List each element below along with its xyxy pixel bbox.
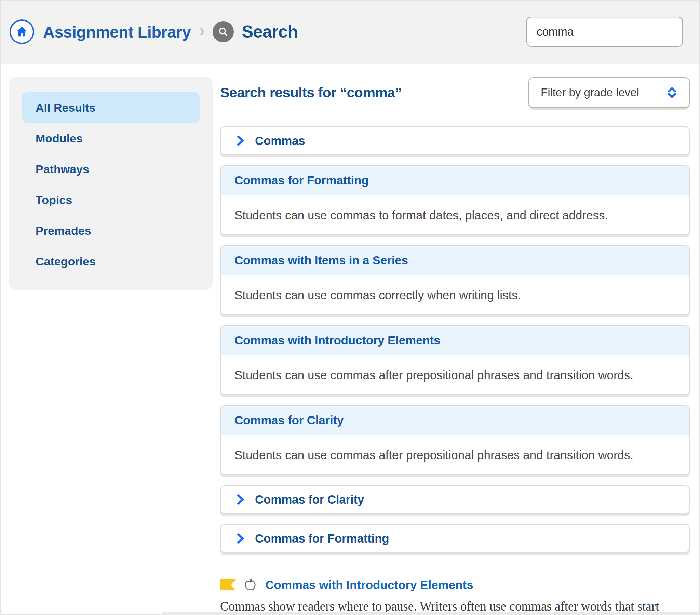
result-title: Commas with Introductory Elements xyxy=(235,334,440,347)
home-icon xyxy=(15,25,28,38)
result-title: Commas for Clarity xyxy=(235,413,343,427)
sidebar-item-label: All Results xyxy=(36,101,96,114)
result-card-header[interactable]: Commas for Formatting xyxy=(221,166,689,195)
result-title: Commas with Items in a Series xyxy=(235,253,408,267)
result-description: Students can use commas after prepositio… xyxy=(221,435,689,474)
results-heading: Search results for “comma” xyxy=(220,85,402,101)
sidebar-item-label: Premades xyxy=(36,224,91,237)
sidebar-item-premades[interactable]: Premades xyxy=(22,215,200,246)
sidebar-item-topics[interactable]: Topics xyxy=(22,185,200,215)
flag-icon xyxy=(220,579,236,590)
sidebar-item-all-results[interactable]: All Results xyxy=(22,92,200,123)
chevron-right-icon xyxy=(235,533,246,544)
result-card-detail: Commas with Items in a Series Students c… xyxy=(220,245,690,315)
search-results-main: Search results for “comma” Filter by gra… xyxy=(220,77,690,615)
result-card-detail: Commas with Introductory Elements Studen… xyxy=(220,325,690,395)
chevron-right-icon xyxy=(235,135,246,147)
result-card-expandable[interactable]: Commas for Clarity xyxy=(220,485,690,514)
result-description: Students can use commas after prepositio… xyxy=(221,355,689,394)
search-input[interactable] xyxy=(526,17,683,47)
result-title: Commas for Formatting xyxy=(235,174,369,187)
filter-label: Filter by grade level xyxy=(541,86,639,99)
result-card-expandable[interactable]: Commas xyxy=(220,126,690,155)
sidebar-item-pathways[interactable]: Pathways xyxy=(22,154,200,185)
chevron-right-icon xyxy=(235,494,246,505)
featured-result-link[interactable]: Commas with Introductory Elements xyxy=(265,578,473,592)
top-header-bar: Assignment Library › Search xyxy=(0,0,700,64)
result-card-expandable[interactable]: Commas for Formatting xyxy=(220,524,690,553)
result-card-header[interactable]: Commas for Clarity xyxy=(221,406,689,435)
grade-level-filter-dropdown[interactable]: Filter by grade level xyxy=(528,77,690,108)
results-list: Commas Commas for Formatting Students ca… xyxy=(220,126,690,553)
page-title: Search xyxy=(242,22,298,42)
breadcrumb-assignment-library[interactable]: Assignment Library xyxy=(43,23,191,41)
result-title: Commas for Formatting xyxy=(255,532,389,545)
content-area: All Results Modules Pathways Topics Prem… xyxy=(0,64,700,615)
search-icon xyxy=(217,26,229,38)
sidebar-item-label: Categories xyxy=(36,255,96,268)
home-button[interactable] xyxy=(10,20,34,44)
sidebar-item-categories[interactable]: Categories xyxy=(22,246,200,277)
featured-result: Commas with Introductory Elements Commas… xyxy=(220,577,690,615)
result-card-detail: Commas for Clarity Students can use comm… xyxy=(220,405,690,475)
next-content-edge xyxy=(162,612,700,615)
result-card-detail: Commas for Formatting Students can use c… xyxy=(220,165,690,235)
result-title: Commas xyxy=(255,134,305,148)
result-title: Commas for Clarity xyxy=(255,493,364,506)
up-down-chevron-icon xyxy=(665,86,679,99)
search-badge xyxy=(213,21,234,42)
result-card-header[interactable]: Commas with Introductory Elements xyxy=(221,326,689,355)
sidebar-item-label: Modules xyxy=(36,132,83,145)
result-description: Students can use commas to format dates,… xyxy=(221,195,689,234)
result-description: Students can use commas correctly when w… xyxy=(221,275,689,314)
sidebar-item-modules[interactable]: Modules xyxy=(22,123,200,154)
sidebar-filter-panel: All Results Modules Pathways Topics Prem… xyxy=(9,77,213,290)
breadcrumb-separator-icon: › xyxy=(199,22,205,42)
result-card-header[interactable]: Commas with Items in a Series xyxy=(221,246,689,275)
sidebar-item-label: Pathways xyxy=(36,163,89,176)
apple-icon xyxy=(243,577,258,592)
sidebar-item-label: Topics xyxy=(36,193,72,207)
